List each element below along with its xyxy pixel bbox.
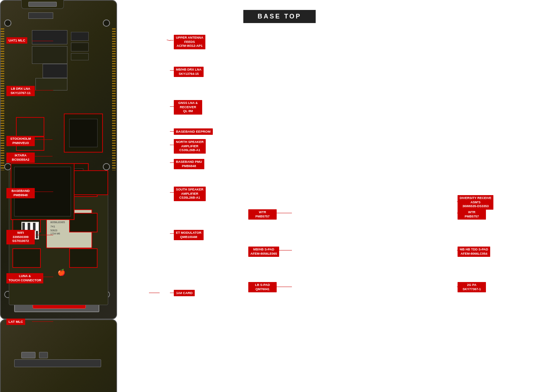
label-2g-pa: 2G PASKY77367-1 [458, 282, 486, 292]
label-mb-hb-drx-lna: MB/HB DRX LNASKY13764-15 [174, 67, 204, 77]
label-diversity-receive: DIVERSITY RECEIVEASM'S36W6535-DS3353 [458, 195, 493, 210]
label-lat-mlc: LAT MLC [6, 319, 25, 325]
label-wtr-pmb5757-left: WTRPMB5757 [248, 209, 277, 220]
page-title-container: BASE TOP [0, 4, 559, 27]
label-sim-card: SIM CARD [174, 290, 195, 296]
label-luna-touch-connector: LUNA &TOUCH CONNECTOR [6, 273, 43, 283]
label-uat1-mlc: UAT1 MLC [6, 37, 27, 44]
label-baseband-eeprom: BASEBAND EEPROM [174, 128, 213, 135]
label-et-modulator: ET MODULATORQMB1004M [174, 230, 204, 240]
page-title: BASE TOP [243, 10, 316, 23]
label-wtr-pmb5757-right: WTRPMB5757 [458, 209, 486, 220]
label-mb-hb-s-pad: MB/HB S-PADAFEM-8056LE065 [248, 247, 279, 257]
label-mb-hb-tdd-s-pad: MB HB TDD S-PADAFEM-8066LC054 [458, 247, 490, 257]
label-baseband-pmu: BASEBAND PMUPMB6848 [174, 159, 204, 169]
label-gnss-lna-receiver: GNSS LNA &RECEIVERQL 8M [174, 100, 202, 115]
label-south-speaker-amp: SOUTH SPEAKERAMPLIFIERCS35L26B-A1 [174, 187, 206, 201]
label-baseband: BASEBANDPMB9948 [6, 188, 35, 198]
label-lb-drx-lna: LB DRX LNASKY13767-11 [6, 86, 35, 96]
label-iktara: IKTARABC59355A2 [6, 153, 35, 163]
label-north-speaker-amp: NORTH SPEAKERAMPLIFIERCS35L26B-A1 [174, 139, 206, 154]
label-stockholm: STOCKHOLMPN80VEU3 [6, 136, 35, 146]
right-pcb-board: AVAGO 8056LE065 741 50923 1734 M6 🍎 [0, 319, 117, 392]
label-lb-s-pad: LB S-PADQM76041 [248, 282, 277, 292]
diagram-container: BASE TOP [0, 0, 559, 372]
label-wifi: WIFI339500399SS7010072 [6, 230, 35, 244]
label-upper-antenna-feeds: UPPER ANTENNAFEEDSACFM-W312-AP1 [174, 35, 205, 49]
